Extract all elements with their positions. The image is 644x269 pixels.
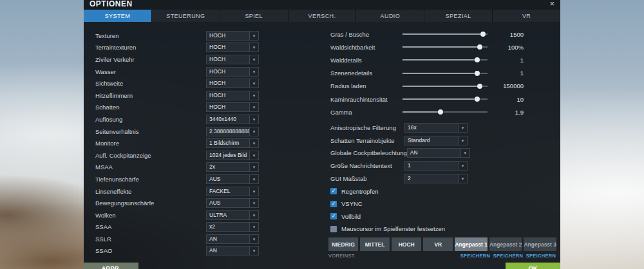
chevron-down-icon: ▾ [458,174,467,183]
fullscreen-checkbox[interactable] [330,213,337,219]
window-title: OPTIONEN [90,0,133,8]
monitore-dropdown[interactable]: 1 Bildschirm▾ [206,138,259,148]
tab-bar: SYSTEM STEUERUNG SPIEL VERSCH. AUDIO SPE… [84,10,560,22]
texturen-dropdown[interactable]: HOCH▾ [206,31,259,41]
aufloesung-dropdown[interactable]: 3440x1440▾ [206,115,259,124]
preset-vr-button[interactable]: VR [423,237,453,251]
setting-row: Ziviler VerkehrHOCH▾ [95,53,259,66]
preset-angepasst2-button[interactable]: Angepasst 2 [489,237,522,251]
setting-label: MSAA [95,163,113,171]
terraintexturen-dropdown[interactable]: HOCH▾ [206,42,259,52]
cancel-button[interactable]: ABBR. [84,263,138,269]
save-angepasst1-link[interactable]: SPEICHERN [460,253,490,259]
terrain-shadow-dropdown[interactable]: Standard▾ [404,136,468,145]
gui-scale-dropdown[interactable]: 2▾ [404,174,468,183]
panel-body: TexturenHOCH▾ TerraintexturenHOCH▾ Zivil… [84,22,560,269]
slider-label: Waldsichtbarkeit [330,44,402,51]
slider-row: Gras / Büsche1500 [330,28,524,41]
chevron-down-icon: ▾ [249,223,258,231]
ziviler-verkehr-dropdown[interactable]: HOCH▾ [206,55,259,64]
chevron-down-icon: ▾ [249,199,258,207]
tab-spezial[interactable]: SPEZIAL [424,10,492,22]
gamma-slider[interactable] [402,107,488,116]
tab-versch[interactable]: VERSCH. [289,10,356,22]
chevron-down-icon: ▾ [249,68,258,76]
tab-audio[interactable]: AUDIO [356,10,424,22]
seitenverhaeltnis-dropdown[interactable]: 2.38888888888889▾ [206,127,259,136]
schatten-dropdown[interactable]: HOCH▾ [206,102,259,112]
setting-label: Schatten [95,104,120,111]
dropdown-value: 16x [405,124,458,132]
wasser-dropdown[interactable]: HOCH▾ [206,67,259,77]
vsync-checkbox[interactable] [330,201,337,207]
forest-details-slider[interactable] [402,55,488,64]
forest-visibility-slider[interactable] [402,42,488,51]
tab-system[interactable]: SYSTEM [84,10,151,22]
preset-angepasst3-button[interactable]: Angepasst 3 [524,237,556,251]
slider-value: 1 [488,57,524,64]
sichtweite-dropdown[interactable]: HOCH▾ [206,79,259,88]
scenery-details-slider[interactable] [402,69,488,78]
setting-label: Ziviler Verkehr [95,56,135,63]
preset-hoch-button[interactable]: HOCH [392,237,421,251]
checkbox-row: VSYNC [330,198,524,210]
ssaa-dropdown[interactable]: x2▾ [206,222,259,232]
dropdown-value: AUS [207,199,249,207]
setting-label: SSLR [95,236,111,243]
chevron-down-icon: ▾ [249,43,258,51]
wolken-dropdown[interactable]: ULTRA▾ [206,210,259,220]
chimney-smoke-slider[interactable] [402,95,488,104]
preset-niedrig-button[interactable]: NIEDRIG [328,237,358,251]
slider-fill [402,86,480,87]
msaa-dropdown[interactable]: 2x▾ [206,162,259,172]
setting-label: Globale Cockpitbeleuchtung [330,149,407,156]
anisotropic-filter-dropdown[interactable]: 16x▾ [404,123,468,133]
save-angepasst2-link[interactable]: SPEICHERN [493,253,523,259]
mouse-lock-checkbox[interactable] [330,226,337,232]
raindrops-checkbox[interactable] [330,188,337,194]
dropdown-value: ULTRA [207,211,249,219]
chevron-down-icon: ▾ [249,139,258,147]
chevron-down-icon: ▾ [249,79,258,88]
linseneffekte-dropdown[interactable]: FACKEL▾ [206,187,259,196]
close-icon[interactable]: × [549,0,554,8]
graphics-column: Gras / Büsche1500 Waldsichtbarkeit100% W… [330,28,524,235]
cockpit-lighting-dropdown[interactable]: AN▾ [407,148,470,158]
spacer [361,253,392,259]
hitzeflimmern-dropdown[interactable]: HOCH▾ [206,91,259,100]
tab-vr[interactable]: VR [493,10,560,22]
preset-mittel-button[interactable]: MITTEL [360,237,390,251]
tab-steuerung[interactable]: STEUERUNG [152,10,220,22]
slider-handle[interactable] [475,97,480,102]
bewegungsunschaerfe-dropdown[interactable]: AUS▾ [206,198,259,208]
slider-label: Radius laden [330,82,402,89]
slider-label: Gras / Büsche [330,31,402,38]
sslr-dropdown[interactable]: AN▾ [206,234,259,244]
slider-handle[interactable] [477,44,482,50]
setting-label: Seitenverhältnis [95,128,139,135]
slider-handle[interactable] [480,32,486,37]
checkbox-row: Mauscursor im Spielfenster festsetzen [330,223,524,236]
message-text-size-dropdown[interactable]: 1▾ [404,161,468,171]
chevron-down-icon: ▾ [249,55,258,64]
chevron-down-icon: ▾ [458,162,467,170]
grass-bushes-slider[interactable] [402,30,488,39]
slider-label: Gamma [330,109,402,116]
slider-value: 1.9 [488,109,524,116]
slider-handle[interactable] [475,57,480,62]
tab-spiel[interactable]: SPIEL [220,10,288,22]
tiefenunschaerfe-dropdown[interactable]: AUS▾ [206,174,259,184]
save-angepasst3-link[interactable]: SPEICHERN [526,253,556,259]
setting-row: TerraintexturenHOCH▾ [95,42,259,54]
load-radius-slider[interactable] [402,82,488,91]
slider-handle[interactable] [475,71,480,76]
setting-row: SSAOAN▾ [95,245,259,257]
setting-row: WasserHOCH▾ [95,66,259,78]
ssao-dropdown[interactable]: AN▾ [206,246,259,255]
slider-handle[interactable] [477,84,482,89]
slider-value: 150000 [488,82,524,89]
ok-button[interactable]: OK [506,263,560,269]
cockpitanzeige-dropdown[interactable]: 1024 jedes Bild▾ [206,151,259,160]
slider-handle[interactable] [438,109,443,115]
preset-angepasst1-button[interactable]: Angepasst 1 [455,237,488,251]
